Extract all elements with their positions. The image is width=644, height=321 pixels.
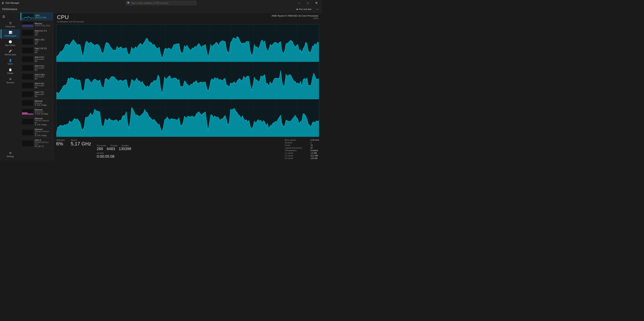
cpu-thumbnail — [22, 14, 34, 19]
startup-icon: 🚀 — [8, 50, 12, 53]
sidebar-item-app-history[interactable]: 🕐 App history — [1, 39, 20, 48]
maximize-button[interactable]: □ — [304, 0, 312, 6]
uptime-area: Up time 0:00:05:08 — [97, 152, 132, 159]
sidebar-item-details[interactable]: 📋 Details — [1, 67, 20, 76]
processes-value: 269 — [97, 147, 103, 151]
perf-list-item-ethernet1[interactable]: Ethernet Ethernet S: 0 R: 0 Kbps — [20, 99, 53, 108]
detail-title-area: CPU % Utilisation over 60 seconds — [57, 14, 84, 23]
ethernet-vmware1-name: Ethernet — [35, 118, 52, 120]
spec-val-6: 16,0 MB — [310, 154, 318, 157]
spec-val-4: Enabled — [310, 149, 318, 152]
disk1-name: Disk 1 (G:) — [35, 38, 52, 41]
perf-list-item-ethernet-vmware2[interactable]: Ethernet VMware Network Ad S: 0 R: 0 Kbp… — [20, 127, 53, 138]
memory-sparkline — [22, 22, 33, 27]
perf-list-item-disk7[interactable]: Disk 7 (T:) Removable 0% — [20, 90, 53, 99]
perf-list-item-disk6[interactable]: Disk 6 (S:) Removable 0% — [20, 81, 53, 90]
perf-list-item-cpu[interactable]: CPU 6% 5,17 GHz — [20, 12, 53, 20]
spec-val-2: 16 — [310, 144, 313, 146]
search-input[interactable] — [131, 2, 195, 4]
threads-value: 6483 — [107, 147, 115, 151]
processes-icon: ☰ — [9, 22, 12, 25]
disk6-val: 0% — [35, 86, 52, 89]
utilisation-stat: Utilisation 6% — [56, 139, 65, 160]
perf-list-item-disk2[interactable]: Disk 2 (D: E:) SSD 0% — [20, 46, 53, 55]
close-button[interactable]: ✕ — [312, 0, 320, 6]
ethernet4-sub: Ethernet 4 — [35, 111, 52, 113]
run-new-task-button[interactable]: ▶ Run new task — [295, 7, 314, 11]
disk3-name: Disk 3 (V:) — [35, 56, 52, 58]
ethernet1-val: S: 0 R: 0 Kbps — [35, 104, 52, 106]
gpu0-info: GPU 0 NVIDIA GeForce RTX 0% (28 °C) — [35, 139, 52, 148]
disk6-info: Disk 6 (S:) Removable 0% — [35, 82, 52, 89]
detail-title: CPU — [57, 14, 84, 20]
ethernet4-name: Ethernet — [35, 108, 52, 111]
disk6-thumbnail — [22, 83, 33, 88]
spec-row-0: Base speed: 4,20 GHz — [285, 139, 319, 141]
sidebar-label-processes: Processes — [6, 26, 15, 28]
perf-list-item-ethernet-vmware1[interactable]: Ethernet VMware Network Ad S: 0 R: 0 Kbp… — [20, 116, 53, 127]
perf-list-item-disk3[interactable]: Disk 3 (V:) Removable 0% — [20, 55, 53, 64]
gpu0-thumbnail — [22, 140, 33, 146]
ethernet1-sub: Ethernet — [35, 102, 52, 104]
disk7-thumbnail — [22, 92, 33, 97]
cpu-percent: 100% — [272, 17, 318, 20]
performance-icon: 📊 — [9, 31, 12, 34]
cpu-model: AMD Ryzen 9 7950X3D 16-Core Processor — [272, 14, 318, 17]
disk4-val: 0% — [35, 69, 52, 71]
speed-stat: Speed 5,17 GHz — [71, 139, 91, 160]
disk0-val: 1% — [35, 34, 52, 36]
cpu-perf-sub: 6% 5,17 GHz — [35, 16, 52, 19]
toolbar-actions: ▶ Run new task ⋯ — [295, 7, 320, 11]
sidebar-item-processes[interactable]: ☰ Processes — [1, 20, 20, 29]
spec-row-5: L1 cache: 1,0 MB — [285, 152, 319, 154]
spec-val-1: 1 — [310, 142, 312, 144]
disk0-sub: SSD — [35, 32, 52, 34]
memory-perf-info: Memory 9,4/63,1 GB (15%) — [35, 22, 52, 27]
sidebar-toggle[interactable]: ☰ — [0, 13, 8, 20]
disk5-info: Disk 5 (W:) Removable 0% — [35, 74, 52, 80]
sidebar-item-users[interactable]: 👤 Users — [1, 57, 20, 66]
detail-subtitle: % Utilisation over 60 seconds — [57, 20, 84, 23]
ethernet-vmware2-info: Ethernet VMware Network Ad S: 0 R: 0 Kbp… — [35, 128, 52, 136]
more-options-button[interactable]: ⋯ — [315, 7, 320, 11]
perf-list-item-memory[interactable]: Memory 9,4/63,1 GB (15%) — [20, 20, 53, 28]
spec-val-7: 128 MB — [310, 157, 318, 160]
settings-icon: ⚙ — [9, 151, 12, 155]
minimize-button[interactable]: ─ — [295, 0, 304, 6]
sidebar-label-performance: Performance — [5, 35, 16, 37]
sidebar-label-app-history: App history — [5, 44, 15, 46]
app-history-icon: 🕐 — [8, 40, 12, 44]
perf-list-item-disk4[interactable]: Disk 4 (U:) Removable 0% — [20, 64, 53, 72]
spec-key-3: Logical processors: — [285, 147, 309, 149]
spec-key-5: L1 cache: — [285, 152, 309, 154]
perf-list-item-ethernet4[interactable]: Ethernet Ethernet 4 S: 0 R: 8,0 Kbps — [20, 108, 53, 116]
threads-label: Threads — [110, 144, 118, 147]
perf-list-item-disk1[interactable]: Disk 1 (G:) SSD 0% — [20, 37, 53, 46]
services-icon: ⚙ — [9, 78, 12, 81]
memory-perf-sub: 9,4/63,1 GB (15%) — [35, 25, 52, 27]
sidebar-label-services: Services — [6, 81, 14, 84]
sidebar-item-startup-apps[interactable]: 🚀 Startup apps — [1, 48, 20, 57]
ethernet-vmware1-sub: VMware Network Ad — [35, 120, 52, 124]
ethernet1-info: Ethernet Ethernet S: 0 R: 0 Kbps — [35, 100, 52, 106]
ethernet1-thumbnail — [22, 100, 33, 106]
disk3-info: Disk 3 (V:) Removable 0% — [35, 56, 52, 62]
gpu0-name: GPU 0 — [35, 139, 52, 141]
spec-row-3: Logical processors: 32 — [285, 147, 319, 149]
search-container: 🔍 — [126, 1, 196, 5]
disk2-sub: SSD — [35, 50, 52, 52]
sidebar-label-details: Details — [7, 72, 14, 74]
disk0-name: Disk 0 (C: F:) — [35, 30, 52, 32]
perf-list-item-disk5[interactable]: Disk 5 (W:) Removable 0% — [20, 72, 53, 81]
pth-labels: Processes Threads Handles — [97, 144, 132, 147]
sidebar-item-settings[interactable]: ⚙ Settings — [0, 150, 20, 159]
perf-list-item-disk0[interactable]: Disk 0 (C: F:) SSD 1% — [20, 28, 53, 37]
sidebar-item-performance[interactable]: 📊 Performance — [1, 29, 20, 38]
disk3-sub: Removable — [35, 58, 52, 60]
perf-list-item-gpu0[interactable]: GPU 0 NVIDIA GeForce RTX 0% (28 °C) — [20, 138, 53, 149]
sidebar-label-users: Users — [8, 63, 13, 65]
sidebar-item-services[interactable]: ⚙ Services — [1, 76, 20, 85]
disk1-info: Disk 1 (G:) SSD 0% — [35, 38, 52, 45]
stats-bar: Utilisation 6% Speed 5,17 GHz Processes … — [53, 137, 322, 160]
disk2-val: 0% — [35, 52, 52, 54]
